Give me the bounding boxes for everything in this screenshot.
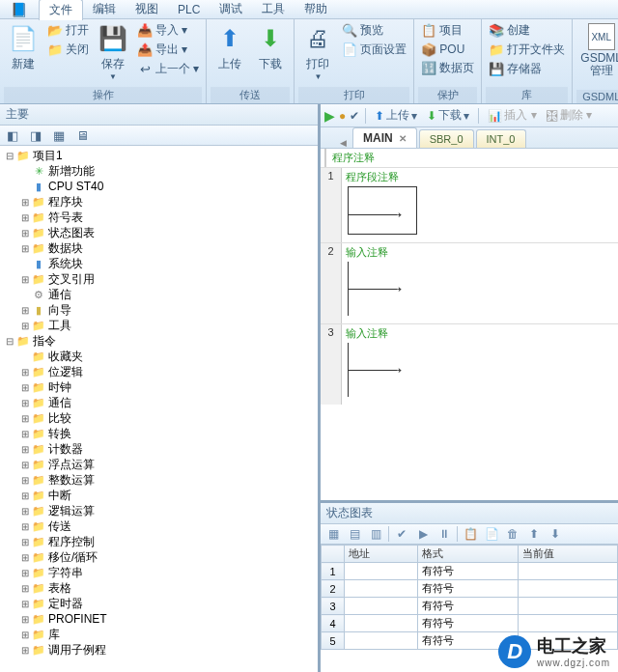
menu-edit[interactable]: 编辑: [83, 0, 126, 19]
watermark-logo: D: [498, 635, 531, 668]
tb-upload[interactable]: ⬆上传 ▾: [372, 106, 420, 125]
upload-button[interactable]: ⬆上传: [211, 21, 249, 74]
tree-node[interactable]: ⊞📁比较: [0, 410, 318, 426]
tree-node[interactable]: ⊞📁通信: [0, 395, 318, 410]
compile-icon[interactable]: ✔: [350, 109, 359, 123]
tb-icon-3[interactable]: ▦: [50, 127, 68, 143]
tree-node[interactable]: ⊞📁PROFINET: [0, 611, 318, 627]
preview-button[interactable]: 🔍预览: [339, 21, 409, 40]
open-folder-button[interactable]: 📁打开文件夹: [486, 41, 568, 59]
program-comment[interactable]: 程序注释: [324, 149, 618, 167]
tree-node[interactable]: ⊞📁状态图表: [0, 225, 318, 240]
tree-node[interactable]: ⊞📁符号表: [0, 210, 318, 225]
menu-debug[interactable]: 调试: [210, 0, 252, 19]
gsdml-button[interactable]: XMLGSDML管理: [576, 21, 618, 79]
prev-button[interactable]: ↩上一个 ▾: [134, 60, 202, 78]
tab-close-icon[interactable]: ✕: [399, 133, 407, 144]
tree-node[interactable]: ⊞📁位逻辑: [0, 364, 318, 379]
menu-help[interactable]: 帮助: [295, 0, 337, 19]
export-button[interactable]: 📤导出 ▾: [134, 41, 202, 59]
download-button[interactable]: ⬇下载: [251, 21, 290, 74]
st-icon[interactable]: 📄: [483, 526, 500, 542]
menu-plc[interactable]: PLC: [168, 1, 210, 18]
st-icon[interactable]: 🗑: [504, 526, 521, 542]
tree-node[interactable]: ⊞📁程序控制: [0, 534, 318, 549]
tree-node[interactable]: ▮系统块: [0, 256, 318, 271]
tb-insert[interactable]: 📊 插入 ▾: [485, 106, 539, 125]
st-icon[interactable]: ▶: [414, 526, 432, 542]
st-icon[interactable]: ⏸: [435, 526, 453, 542]
save-button[interactable]: 💾保存▼: [94, 21, 132, 83]
tab-int0[interactable]: INT_0: [476, 129, 526, 148]
tree-node[interactable]: ▮CPU ST40: [0, 179, 318, 194]
create-lib-button[interactable]: 📚创建: [486, 21, 568, 40]
tree-node[interactable]: ⊞📁表格: [0, 580, 318, 596]
pou-button[interactable]: 📦POU: [418, 41, 477, 58]
st-icon[interactable]: ▥: [367, 526, 384, 542]
network[interactable]: 3输入注释→: [321, 323, 618, 405]
tree-node[interactable]: ⊞📁时钟: [0, 379, 318, 395]
datapage-button[interactable]: 🔢数据页: [418, 59, 477, 77]
tree-node[interactable]: ⊞📁调用子例程: [0, 642, 318, 658]
project-tree[interactable]: ⊟📁项目1✳新增功能▮CPU ST40⊞📁程序块⊞📁符号表⊞📁状态图表⊞📁数据块…: [0, 146, 318, 672]
network[interactable]: 2输入注释→: [321, 242, 618, 323]
network[interactable]: 1程序段注释→: [321, 167, 618, 242]
panel-toolbar: ◧ ◨ ▦ 🖥: [0, 126, 318, 146]
open-button[interactable]: 📂打开: [44, 21, 92, 40]
tree-node[interactable]: ⊟📁项目1: [0, 148, 318, 163]
tree-node[interactable]: ⊞📁定时器: [0, 596, 318, 611]
tree-node[interactable]: ⊞📁计数器: [0, 441, 318, 457]
tree-node[interactable]: ⊞📁浮点运算: [0, 457, 318, 472]
storage-button[interactable]: 💾存储器: [486, 60, 568, 78]
tree-node[interactable]: ✳新增功能: [0, 163, 318, 179]
ladder-editor[interactable]: 程序注释 1程序段注释→2输入注释→3输入注释→: [321, 149, 618, 503]
tree-node[interactable]: ⊞📁逻辑运算: [0, 503, 318, 518]
stop-icon[interactable]: ●: [339, 109, 346, 123]
tree-node[interactable]: ⊞📁转换: [0, 426, 318, 441]
tree-node[interactable]: ⊞📁工具: [0, 318, 318, 333]
save-icon: 💾: [98, 23, 128, 54]
tree-node[interactable]: ⊟📁指令: [0, 333, 318, 349]
menu-file[interactable]: 文件: [39, 0, 83, 20]
group-lib-title: 库: [486, 87, 568, 103]
st-icon[interactable]: ▦: [324, 526, 342, 542]
st-icon[interactable]: ▤: [346, 526, 363, 542]
tab-sbr0[interactable]: SBR_0: [419, 129, 474, 148]
page-setup-button[interactable]: 📄页面设置: [339, 41, 409, 59]
watermark-url: www.dgzj.com: [537, 658, 610, 668]
tree-node[interactable]: ⊞📁字符串: [0, 565, 318, 580]
st-icon[interactable]: ✔: [393, 526, 410, 542]
tb-download[interactable]: ⬇下载 ▾: [424, 106, 472, 125]
tb-icon-4[interactable]: 🖥: [73, 127, 91, 143]
project-button[interactable]: 📋项目: [418, 21, 477, 40]
tree-node[interactable]: ⊞▮向导: [0, 302, 318, 318]
tree-node[interactable]: ⊞📁移位/循环: [0, 549, 318, 565]
tree-node[interactable]: ⊞📁中断: [0, 488, 318, 503]
menu-view[interactable]: 视图: [126, 0, 168, 19]
st-icon[interactable]: 📋: [462, 526, 479, 542]
tree-node[interactable]: ⚙通信: [0, 287, 318, 302]
print-button[interactable]: 🖨打印▼: [298, 21, 337, 83]
close-button[interactable]: 📁关闭: [44, 41, 92, 59]
preview-icon: 🔍: [342, 23, 357, 39]
tree-node[interactable]: ⊞📁整数运算: [0, 472, 318, 488]
tree-node[interactable]: ⊞📁交叉引用: [0, 271, 318, 287]
menu-tools[interactable]: 工具: [252, 0, 295, 19]
tree-node[interactable]: ⊞📁传送: [0, 518, 318, 534]
st-icon[interactable]: ⬇: [547, 526, 564, 542]
st-icon[interactable]: ⬆: [525, 526, 543, 542]
tree-node[interactable]: ⊞📁数据块: [0, 240, 318, 256]
new-button[interactable]: 📄新建: [4, 21, 42, 74]
run-icon[interactable]: ▶: [324, 108, 335, 124]
tab-main[interactable]: MAIN✕: [352, 127, 417, 148]
tab-nav-left[interactable]: ◀: [340, 138, 347, 148]
tree-node[interactable]: ⊞📁程序块: [0, 194, 318, 210]
tree-node[interactable]: ⊞📁库: [0, 627, 318, 642]
import-button[interactable]: 📥导入 ▾: [134, 21, 202, 40]
print-icon: 🖨: [302, 23, 333, 54]
lib-icon: 📚: [489, 23, 504, 39]
tree-node[interactable]: 📁收藏夹: [0, 349, 318, 364]
tb-icon-2[interactable]: ◨: [27, 127, 44, 143]
tb-delete[interactable]: 🙫 删除 ▾: [544, 106, 595, 125]
tb-icon-1[interactable]: ◧: [4, 127, 21, 143]
